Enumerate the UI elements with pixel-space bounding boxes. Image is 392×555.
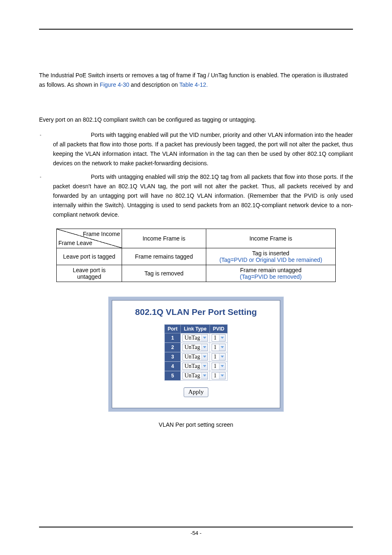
frame-behaviour-table: Frame Income Frame Leave Income Frame is… (56, 229, 336, 282)
intro-text-2: and description on (129, 81, 179, 88)
svg-marker-9 (221, 375, 224, 377)
port-number: 2 (165, 343, 181, 352)
link-type-value: UnTag (184, 373, 200, 379)
pvid-select[interactable]: 1 (212, 334, 226, 342)
chevron-down-icon (201, 335, 208, 341)
table-row: 2 UnTag 1 (165, 343, 228, 352)
chevron-down-icon (201, 363, 208, 370)
table-row: 3 UnTag 1 (165, 352, 228, 362)
port-number: 3 (165, 352, 181, 362)
port-setting-table: Port Link Type PVID 1 UnTag 1 (164, 324, 228, 381)
col-c-line1: Frame remain untagged (240, 267, 301, 273)
spacer (39, 95, 353, 115)
panel-title: 802.1Q VLAN Per Port Setting (125, 307, 267, 317)
chevron-down-icon (219, 335, 225, 341)
col-c-line2: (Tag=PVID be removed) (240, 273, 302, 280)
table-row: 5 UnTag 1 (165, 371, 228, 381)
intro-paragraph: The Industrial PoE Switch inserts or rem… (39, 71, 353, 90)
link-type-select[interactable]: UnTag (182, 334, 208, 342)
vlan-per-port-panel: 802.1Q VLAN Per Port Setting Port Link T… (112, 300, 280, 408)
col-c-line1: Tag is inserted (252, 250, 289, 257)
col-c-cell: Tag is inserted (Tag=PVID or Original VI… (206, 248, 336, 265)
table-row: 4 UnTag 1 (165, 362, 228, 371)
svg-marker-3 (221, 346, 224, 348)
diag-header-cell: Frame Income Frame Leave (57, 229, 122, 248)
table-link[interactable]: Table 4-12. (179, 81, 208, 88)
table-row: Leave port is untagged Tag is removed Fr… (57, 265, 336, 282)
bullet-list: Ports with tagging enabled will put the … (39, 130, 353, 220)
chevron-down-icon (219, 372, 225, 379)
port-number: 1 (165, 333, 181, 343)
pvid-value: 1 (214, 335, 217, 341)
pvid-value: 1 (214, 345, 217, 350)
link-type-select[interactable]: UnTag (182, 363, 208, 370)
link-type-value: UnTag (184, 354, 200, 360)
link-type-select[interactable]: UnTag (182, 372, 208, 379)
col-c-cell: Frame remain untagged (Tag=PVID be remov… (206, 265, 336, 282)
bullet-text: Ports with tagging enabled will put the … (53, 132, 353, 166)
svg-marker-0 (203, 337, 206, 339)
link-type-select[interactable]: UnTag (182, 353, 208, 361)
leave-cell: Leave port is untagged (57, 265, 122, 282)
bullet-text: Ports with untagging enabled will strip … (53, 173, 353, 218)
page-number: -54 - (191, 530, 202, 536)
svg-marker-2 (203, 346, 206, 348)
pvid-value: 1 (214, 363, 217, 369)
figure-link[interactable]: Figure 4-30 (100, 81, 129, 88)
svg-marker-5 (221, 356, 224, 358)
apply-button[interactable]: Apply (184, 387, 208, 397)
diag-bottom-label: Frame Leave (58, 240, 92, 246)
pvid-value: 1 (214, 373, 217, 379)
chevron-down-icon (201, 354, 208, 360)
svg-marker-1 (221, 337, 224, 339)
th-pvid: PVID (210, 325, 228, 333)
svg-marker-6 (203, 365, 206, 367)
pvid-select[interactable]: 1 (212, 353, 226, 361)
chevron-down-icon (219, 354, 225, 360)
link-type-select[interactable]: UnTag (182, 344, 208, 351)
chevron-down-icon (201, 344, 208, 351)
diag-top-label: Frame Income (83, 231, 120, 237)
pvid-value: 1 (214, 354, 217, 360)
link-type-value: UnTag (184, 345, 200, 350)
svg-marker-4 (203, 356, 206, 358)
leave-cell: Leave port is tagged (57, 248, 122, 265)
pvid-select[interactable]: 1 (212, 363, 226, 370)
col-c-line2: (Tag=PVID or Original VID be remained) (219, 257, 322, 263)
lead-sentence: Every port on an 802.1Q compliant switch… (39, 115, 353, 125)
pvid-select[interactable]: 1 (212, 344, 226, 351)
link-type-value: UnTag (184, 335, 200, 341)
th-link-type: Link Type (181, 325, 210, 333)
port-number: 4 (165, 362, 181, 371)
footer-rule: -54 - (39, 527, 353, 536)
link-type-value: UnTag (184, 363, 200, 369)
chevron-down-icon (219, 363, 225, 370)
pvid-select[interactable]: 1 (212, 372, 226, 379)
header-rule (39, 29, 353, 30)
col-b-header: Income Frame is (122, 229, 206, 248)
list-item: Ports with untagging enabled will strip … (39, 172, 353, 220)
document-page: The Industrial PoE Switch inserts or rem… (0, 0, 392, 555)
svg-marker-7 (221, 365, 224, 367)
col-c-header: Income Frame is (206, 229, 336, 248)
table-row: Leave port is tagged Frame remains tagge… (57, 248, 336, 265)
col-b-cell: Frame remains tagged (122, 248, 206, 265)
th-port: Port (165, 325, 181, 333)
chevron-down-icon (219, 344, 225, 351)
figure-caption: VLAN Per port setting screen (39, 421, 353, 428)
table-row: 1 UnTag 1 (165, 333, 228, 343)
chevron-down-icon (201, 372, 208, 379)
col-b-cell: Tag is removed (122, 265, 206, 282)
port-number: 5 (165, 371, 181, 381)
list-item: Ports with tagging enabled will put the … (39, 130, 353, 168)
svg-marker-8 (203, 375, 206, 377)
